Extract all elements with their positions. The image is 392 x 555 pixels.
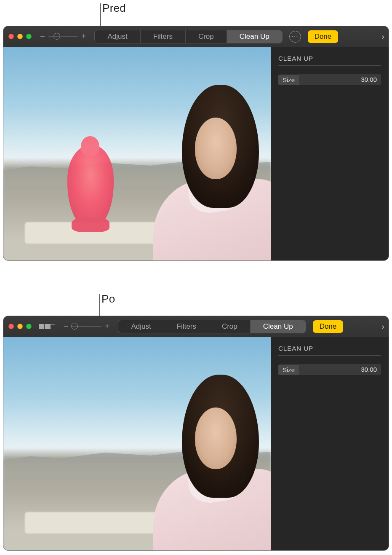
edit-mode-tabs: Adjust Filters Crop Clean Up (118, 320, 306, 333)
zoom-in-icon[interactable]: + (81, 32, 86, 41)
callout-before-label: Pred (102, 2, 126, 15)
fullscreen-window-button[interactable] (26, 34, 32, 39)
tab-crop[interactable]: Crop (186, 30, 227, 43)
toolbar: − + Adjust Filters Crop Clean Up ··· Don… (3, 26, 389, 47)
zoom-in-icon[interactable]: + (105, 322, 110, 331)
brush-size-row: Size 30.00 (278, 74, 381, 85)
close-window-button[interactable] (8, 34, 14, 39)
photos-edit-window-after: − + Adjust Filters Crop Clean Up Done ›› (3, 316, 389, 550)
photo-subject (121, 359, 271, 550)
zoom-out-icon[interactable]: − (64, 322, 69, 331)
brush-size-value: 30.00 (361, 76, 377, 83)
callout-after-label: Po (101, 292, 115, 306)
photo-subject (121, 69, 271, 260)
sidebar-title: CLEAN UP (278, 55, 381, 66)
done-button[interactable]: Done (308, 30, 339, 43)
toolbar-overflow-icon[interactable]: ›› (381, 32, 384, 41)
brush-size-value: 30.00 (361, 366, 377, 373)
tab-filters[interactable]: Filters (164, 320, 209, 333)
brush-size-slider[interactable]: 30.00 (299, 74, 381, 85)
cleanup-sidebar: CLEAN UP Size 30.00 (271, 337, 389, 550)
toolbar-overflow-icon[interactable]: ›› (381, 322, 384, 331)
cleanup-sidebar: CLEAN UP Size 30.00 (271, 47, 389, 260)
brush-size-label: Size (278, 365, 299, 375)
minimize-window-button[interactable] (17, 324, 23, 329)
zoom-slider-knob[interactable] (53, 33, 60, 40)
compare-right-icon (50, 324, 55, 329)
window-controls (8, 34, 32, 39)
brush-size-slider[interactable]: 30.00 (299, 364, 381, 375)
zoom-out-icon[interactable]: − (40, 32, 45, 41)
done-button[interactable]: Done (313, 320, 344, 333)
tab-filters[interactable]: Filters (141, 30, 186, 43)
minimize-window-button[interactable] (17, 34, 23, 39)
tab-adjust[interactable]: Adjust (95, 30, 140, 43)
fullscreen-window-button[interactable] (26, 324, 32, 329)
sidebar-title: CLEAN UP (278, 345, 381, 356)
photo-canvas[interactable] (3, 47, 271, 260)
window-controls (8, 324, 32, 329)
photo-canvas[interactable] (3, 337, 271, 550)
compare-divider-icon (45, 324, 50, 329)
more-options-button[interactable]: ··· (289, 31, 301, 43)
zoom-slider[interactable]: − + (40, 32, 86, 41)
zoom-slider[interactable]: − + (64, 322, 109, 331)
tab-cleanup[interactable]: Clean Up (227, 30, 282, 43)
edit-mode-tabs: Adjust Filters Crop Clean Up (94, 30, 282, 43)
brush-size-row: Size 30.00 (278, 364, 381, 375)
zoom-slider-knob[interactable] (71, 323, 78, 330)
brush-size-label: Size (278, 75, 299, 85)
photos-edit-window-before: − + Adjust Filters Crop Clean Up ··· Don… (3, 26, 389, 260)
tab-adjust[interactable]: Adjust (118, 320, 164, 333)
compare-left-icon (39, 324, 44, 329)
tab-cleanup[interactable]: Clean Up (251, 320, 306, 333)
close-window-button[interactable] (8, 324, 14, 329)
toolbar: − + Adjust Filters Crop Clean Up Done ›› (3, 316, 389, 337)
compare-before-after-button[interactable] (39, 324, 55, 329)
tab-crop[interactable]: Crop (209, 320, 251, 333)
